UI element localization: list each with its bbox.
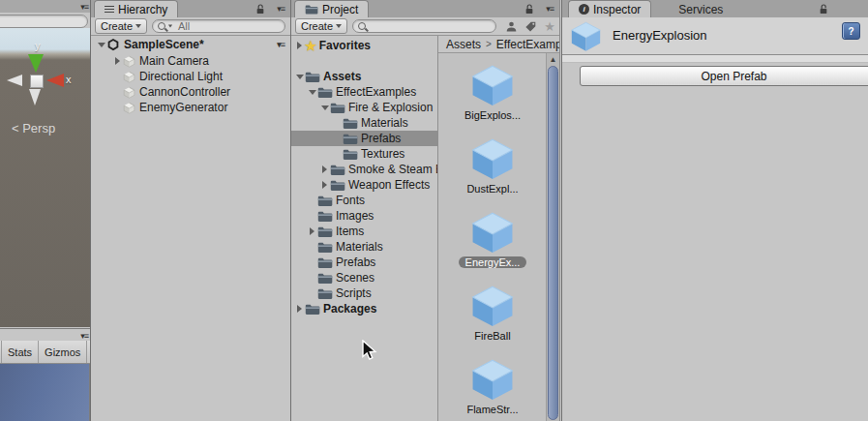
tree-row-label: Fonts	[336, 194, 365, 207]
search-input[interactable]: All	[152, 19, 285, 33]
prefab-cube-icon	[470, 210, 515, 255]
tree-row-prefabs[interactable]: Prefabs	[291, 131, 437, 146]
tree-row-effectexamples[interactable]: EffectExamples	[291, 84, 437, 100]
hierarchy-item[interactable]: Directional Light	[91, 69, 290, 84]
gizmo-z-axis-cone[interactable]	[7, 75, 22, 86]
tree-row-scenes[interactable]: Scenes	[291, 270, 437, 286]
lock-icon-slot[interactable]	[255, 3, 265, 15]
gizmo-down-axis-cone[interactable]	[29, 89, 41, 105]
tree-row-scripts[interactable]: Scripts	[291, 286, 437, 301]
tree-row-prefabs[interactable]: Prefabs	[291, 255, 437, 270]
hierarchy-item-list: Main Camera Directional Light CannonCont…	[91, 53, 290, 115]
gizmos-button[interactable]: Gizmos	[39, 341, 87, 363]
asset-item[interactable]: BigExplos...	[438, 63, 547, 136]
open-prefab-button[interactable]: Open Prefab	[580, 66, 868, 86]
perspective-mode-label[interactable]: < Persp	[12, 121, 55, 135]
project-folder-tree: ★ Favorites Assets EffectExamples Fire &…	[291, 36, 438, 421]
foldout-open-icon[interactable]	[296, 75, 304, 79]
create-button[interactable]: Create	[95, 18, 147, 34]
gizmo-center-cube[interactable]	[30, 75, 44, 88]
tab-project[interactable]: Project	[294, 0, 369, 17]
panel-menu-icon[interactable]: ▾≡	[277, 5, 284, 14]
breadcrumb-root[interactable]: Assets	[446, 38, 481, 51]
favorites-star-icon[interactable]: ★	[542, 19, 557, 33]
gizmo-y-axis-cone[interactable]	[28, 54, 44, 73]
tab-inspector[interactable]: i Inspector	[568, 0, 651, 17]
foldout-open-icon[interactable]	[309, 90, 316, 95]
inspector-tabbar: i Inspector Services	[562, 0, 868, 18]
tree-row-images[interactable]: Images	[291, 208, 437, 224]
foldout-closed-icon[interactable]	[310, 227, 314, 235]
scene-row-menu-icon[interactable]: ▾≡	[277, 41, 284, 49]
vertical-scrollbar[interactable]: ▲	[546, 53, 559, 421]
stats-button[interactable]: Stats	[1, 341, 39, 363]
lock-icon-slot[interactable]	[524, 3, 534, 15]
asset-item[interactable]: FireBall	[438, 284, 547, 357]
gizmo-x-axis-cone[interactable]	[46, 74, 64, 87]
chevron-down-icon	[135, 24, 141, 28]
folder-icon	[330, 102, 345, 114]
help-icon[interactable]: ?	[842, 22, 860, 40]
scrollbar-thumb[interactable]	[548, 66, 558, 420]
scene-name: SampleScene*	[124, 38, 204, 51]
search-input[interactable]	[352, 19, 496, 33]
scene-view[interactable]: y x < Persp	[0, 28, 90, 327]
search-by-label-icon[interactable]	[523, 19, 538, 33]
create-button[interactable]: Create	[295, 18, 347, 34]
lock-icon-slot[interactable]	[819, 3, 828, 15]
scroll-up-icon[interactable]: ▲	[547, 53, 559, 66]
tree-row-textures[interactable]: Textures	[291, 146, 437, 162]
hierarchy-item[interactable]: Main Camera	[91, 53, 290, 69]
foldout-open-icon[interactable]	[321, 105, 329, 110]
tree-row-fonts[interactable]: Fonts	[291, 193, 437, 208]
scene-header-row[interactable]: SampleScene* ▾≡	[91, 37, 290, 52]
foldout-open-icon[interactable]	[98, 43, 105, 47]
tree-row-smoke-steam-effects[interactable]: Smoke & Steam Effects	[291, 162, 437, 177]
hierarchy-item[interactable]: EnemyGenerator	[91, 100, 290, 115]
asset-item[interactable]: FlameStr...	[438, 357, 547, 421]
foldout-closed-icon[interactable]	[297, 305, 302, 313]
foldout-closed-icon[interactable]	[297, 42, 302, 49]
folder-icon-slot	[317, 241, 333, 254]
folder-icon	[305, 303, 320, 316]
asset-item[interactable]: DustExpl...	[438, 136, 547, 210]
lock-icon[interactable]	[524, 3, 534, 15]
panel-divider[interactable]	[559, 0, 560, 421]
panel-menu-icon[interactable]: ▾≡	[80, 3, 88, 12]
scene-search-field[interactable]	[0, 15, 88, 28]
folder-icon	[343, 133, 358, 145]
folder-icon	[317, 226, 333, 238]
project-tabbar: Project ▾≡	[291, 0, 559, 18]
foldout-closed-icon[interactable]	[322, 165, 327, 173]
tree-row-materials[interactable]: Materials	[291, 115, 437, 131]
folder-icon	[317, 256, 333, 269]
tab-services[interactable]: Services	[665, 1, 736, 17]
info-icon: i	[579, 4, 589, 15]
tree-row-assets[interactable]: Assets	[291, 69, 437, 84]
hierarchy-item[interactable]: CannonController	[91, 84, 290, 100]
tree-row-label: EffectExamples	[336, 85, 416, 99]
asset-item[interactable]: EnergyEx...	[438, 210, 547, 284]
breadcrumb-current[interactable]: EffectExamples	[496, 38, 559, 51]
search-icon	[158, 22, 165, 30]
foldout-closed-icon[interactable]	[115, 57, 120, 65]
tab-hierarchy[interactable]: Hierarchy	[94, 0, 178, 17]
gameobject-cube-icon-slot	[123, 86, 135, 99]
lock-icon[interactable]	[255, 3, 265, 15]
tree-spacer	[291, 53, 437, 69]
hierarchy-panel: Hierarchy ▾≡ Create All SampleScene*	[91, 0, 290, 421]
tree-row-items[interactable]: Items	[291, 224, 437, 239]
search-by-type-icon[interactable]	[503, 19, 519, 33]
foldout-closed-icon[interactable]	[322, 181, 327, 189]
tree-row-packages[interactable]: Packages	[291, 301, 437, 316]
folder-icon-slot	[343, 133, 358, 145]
tree-row-materials[interactable]: Materials	[291, 239, 437, 255]
panel-menu-icon[interactable]: ▾≡	[80, 332, 88, 341]
tree-row-fire-explosion[interactable]: Fire & Explosion	[291, 100, 437, 115]
folder-icon-slot	[343, 148, 358, 161]
tree-row-favorites[interactable]: ★ Favorites	[291, 38, 437, 53]
game-view[interactable]	[0, 364, 90, 421]
lock-icon[interactable]	[819, 3, 828, 15]
tree-row-weapon-effects[interactable]: Weapon Effects	[291, 177, 437, 193]
panel-menu-icon[interactable]: ▾≡	[546, 5, 554, 14]
